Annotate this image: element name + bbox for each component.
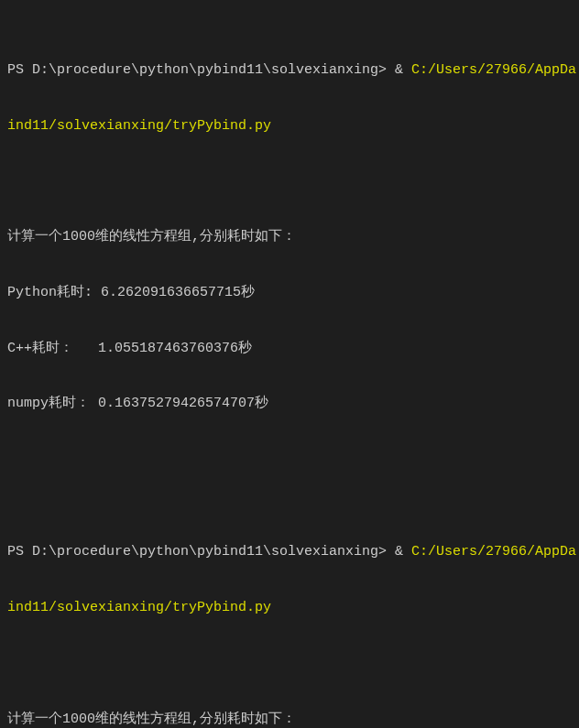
- blank-line: [7, 172, 572, 190]
- blank-line: [7, 655, 572, 673]
- ampersand: &: [395, 62, 411, 78]
- prompt-line-cont: ind11/solvexianxing/tryPybind.py: [7, 117, 572, 136]
- blank-line: [7, 451, 572, 469]
- output-header: 计算一个1000维的线性方程组,分别耗时如下：: [7, 228, 572, 246]
- prompt-line: PS D:\procedure\python\pybind11\solvexia…: [7, 61, 572, 80]
- prompt-line: PS D:\procedure\python\pybind11\solvexia…: [7, 543, 572, 561]
- command-path: C:/Users/27966/AppDa: [411, 62, 576, 78]
- output-header: 计算一个1000维的线性方程组,分别耗时如下：: [7, 711, 572, 729]
- command-path-cont: ind11/solvexianxing/tryPybind.py: [7, 118, 271, 134]
- output-cpp-time: C++耗时： 1.055187463760376秒: [7, 340, 572, 358]
- output-python-time: Python耗时: 6.262091636657715秒: [7, 284, 572, 302]
- terminal-output[interactable]: PS D:\procedure\python\pybind11\solvexia…: [7, 5, 572, 728]
- output-numpy-time: numpy耗时： 0.16375279426574707秒: [7, 395, 572, 413]
- prompt-path: PS D:\procedure\python\pybind11\solvexia…: [7, 544, 395, 560]
- command-path: C:/Users/27966/AppDa: [411, 544, 576, 560]
- ampersand: &: [395, 544, 411, 560]
- command-path-cont: ind11/solvexianxing/tryPybind.py: [7, 600, 271, 615]
- prompt-line-cont: ind11/solvexianxing/tryPybind.py: [7, 599, 572, 617]
- prompt-path: PS D:\procedure\python\pybind11\solvexia…: [7, 62, 395, 78]
